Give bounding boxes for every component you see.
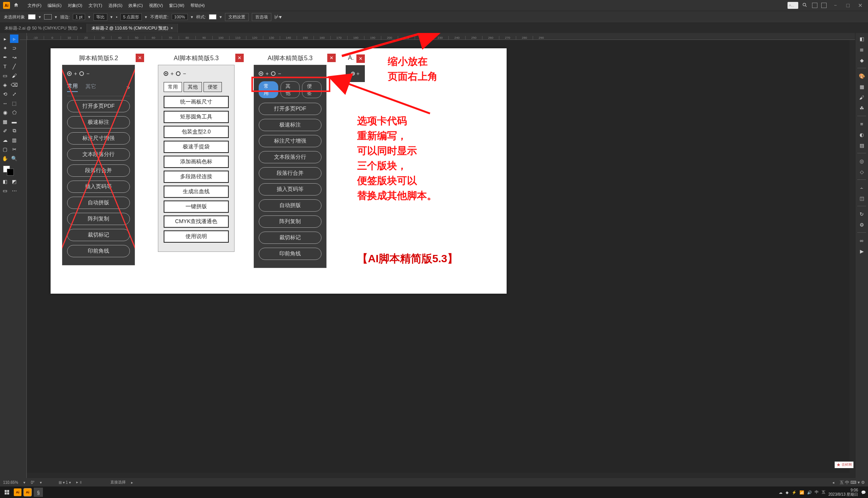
script-button[interactable]: 打开多页PDF [67,100,130,112]
tray-volume-icon[interactable]: 🔊 [807,490,812,495]
script-button[interactable]: 自动拼版 [67,197,130,209]
actions-panel-icon[interactable]: ⚙ [858,220,866,229]
script-button[interactable]: 使用说明 [164,230,229,243]
stroke-panel-icon[interactable]: ≡ [858,120,866,128]
links-panel-icon[interactable]: ∞ [858,236,866,245]
menu-object[interactable]: 对象(O) [65,3,85,8]
radio-icon[interactable] [67,71,72,76]
radio-icon[interactable] [164,71,168,76]
stroke-swatch[interactable] [44,14,52,20]
edit-toolbar-icon[interactable]: ⋯ [10,186,18,195]
vertical-scrollbar[interactable] [850,40,855,478]
menu-window[interactable]: 窗口(W) [166,3,187,8]
direct-selection-tool[interactable]: ▹ [10,35,18,43]
pathfinder-panel-icon[interactable]: ◫ [858,194,866,202]
brush-tool[interactable]: 🖌 [10,71,18,80]
menu-help[interactable]: 帮助(H) [187,3,208,8]
screen-mode-icon[interactable]: ▭ [1,186,9,195]
shaper-tool[interactable]: ◈ [1,81,9,89]
slice-tool[interactable]: ✂ [10,145,18,153]
script-button[interactable]: 添加画稿色标 [164,156,229,168]
taskbar-ai-icon[interactable]: Ai [14,488,21,496]
menu-effect[interactable]: 效果(C) [125,3,146,8]
script-button[interactable]: 印前角线 [67,245,130,257]
panel2-tab-notes[interactable]: 便签 [203,82,222,92]
script-button[interactable]: 极速手提袋 [164,141,229,153]
script-button[interactable]: 阵列复制 [259,215,322,228]
shape-builder-tool[interactable]: ◉ [1,108,9,117]
magic-wand-tool[interactable]: ✦ [1,44,9,52]
transform-panel-icon[interactable]: ↻ [858,210,866,218]
free-transform-tool[interactable]: ⬚ [10,99,18,107]
taskbar-clock[interactable]: 9:06 2023/8/13 星期日 [829,488,858,496]
script-button[interactable]: 标注尺寸增强 [259,135,322,147]
start-button[interactable] [2,488,11,497]
mini-collapsed-panel[interactable]: + [346,65,365,82]
script-button[interactable]: 包装盒型2.0 [164,126,229,138]
play-panel-icon[interactable]: ▶ [858,247,866,255]
layers-panel-icon[interactable]: ≣ [858,45,866,54]
minimize-button[interactable]: － [830,2,840,9]
script-button[interactable]: 多段路径连接 [164,171,229,183]
script-button[interactable]: 插入页码等 [67,181,130,193]
script-button[interactable]: 极速标注 [259,119,322,131]
taskbar-app-icon[interactable]: § [34,488,43,497]
document-tab-active[interactable]: 未标题-2 @ 110.65 % (CMYK/CPU 预览) × [87,24,178,33]
script-button[interactable]: 打开多页PDF [259,103,322,115]
align-icon[interactable]: ⊬▾ [274,14,282,20]
panel1-tab-other[interactable]: 其它 [85,83,96,92]
curvature-tool[interactable]: ↝ [10,53,18,61]
script-button[interactable]: 自动拼版 [259,199,322,212]
zoom-level[interactable]: 110.65% [3,480,18,485]
search-icon[interactable] [802,2,808,8]
maximize-button[interactable]: □ [844,2,852,8]
script-button[interactable]: 矩形圆角工具 [164,111,229,123]
libraries-panel-icon[interactable]: ◆ [858,56,866,64]
canvas-area[interactable]: -100102030405060708090100110120130140150… [20,33,855,478]
radio-icon[interactable] [259,71,263,76]
blend-tool[interactable]: ⧉ [10,127,18,135]
panel4-close-button[interactable]: ✕ [356,54,365,63]
radio-icon[interactable] [271,71,276,76]
vertical-ruler[interactable] [20,40,27,478]
tray-icon[interactable]: 📶 [799,490,804,495]
artboard-tool[interactable]: ▢ [1,145,9,153]
color-panel-icon[interactable]: 🎨 [858,72,866,80]
width-tool[interactable]: ↔ [1,99,9,107]
swatches-panel-icon[interactable]: ▦ [858,82,866,91]
menu-type[interactable]: 文字(T) [85,3,105,8]
fill-swatch[interactable] [28,14,36,20]
gradient-tool[interactable]: ▬ [10,117,18,126]
tray-ime-icon[interactable]: 五 [822,490,825,495]
radio-icon[interactable] [176,71,180,76]
script-button[interactable]: 生成出血线 [164,186,229,198]
notification-icon[interactable]: 💬 [861,490,866,495]
script-button[interactable]: 插入页码等 [259,183,322,196]
symbol-sprayer-tool[interactable]: ☁ [1,136,9,144]
line-tool[interactable]: ╱ [10,62,18,71]
hand-tool[interactable]: ✋ [1,154,9,163]
tray-ime-icons[interactable]: 五 中 ⌨ ▾ ⚙ [840,480,865,485]
tray-icon[interactable]: ☁ [779,490,783,495]
tray-icon[interactable]: ⚡ [792,490,796,495]
mesh-tool[interactable]: ▦ [1,117,9,126]
draw-mode-icon[interactable]: ◩ [10,177,18,186]
panel1-close-button[interactable]: ✕ [136,54,144,62]
script-button[interactable]: 统一画板尺寸 [164,96,229,108]
script-button[interactable]: 段落行合并 [259,167,322,179]
menu-view[interactable]: 视图(V) [146,3,166,8]
menu-select[interactable]: 选择(S) [105,3,126,8]
style-swatch[interactable] [209,14,217,20]
eyedropper-tool[interactable]: ✐ [1,127,9,135]
script-button[interactable]: CMYK查找潘通色 [164,215,229,228]
close-tab-icon[interactable]: × [80,26,82,30]
opacity-field[interactable]: 100% [172,14,188,20]
align-panel-icon[interactable]: ⫠ [858,183,866,192]
panel3-close-button[interactable]: ✕ [327,54,336,62]
horizontal-scrollbar[interactable] [27,473,850,478]
panel1-tab-common[interactable]: 常用 [67,83,78,92]
script-button[interactable]: 裁切标记 [259,232,322,244]
scale-tool[interactable]: ⤢ [10,90,18,98]
brush-dropdown[interactable]: 5 点圆形 [120,13,142,21]
radio-icon[interactable] [79,71,84,76]
